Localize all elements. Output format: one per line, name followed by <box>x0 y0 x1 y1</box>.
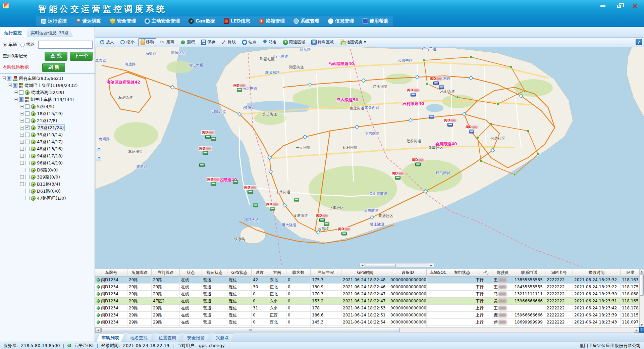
grid-corner-button[interactable]: ? <box>639 327 644 333</box>
grid-scroll-down-arrow[interactable]: ▼ <box>640 323 644 328</box>
tree-checkbox[interactable] <box>25 175 30 179</box>
bottom-tab-3[interactable]: 安全报警 <box>182 334 210 342</box>
bus-marker[interactable] <box>233 180 238 184</box>
tree-checkbox[interactable] <box>25 154 30 158</box>
table-row[interactable]: 闽D123429路47区2在线营运定位0东南0153.22021-06-24 1… <box>95 298 639 305</box>
tree-checkbox[interactable] <box>7 76 11 81</box>
tree-checkbox[interactable] <box>25 147 30 151</box>
table-row[interactable]: 闽D123429路29路在线营运定位0正北0170.32021-06-24 18… <box>95 291 639 298</box>
restore-button[interactable] <box>614 3 623 9</box>
column-header[interactable]: 经度 <box>621 269 639 276</box>
bus-marker[interactable] <box>199 163 205 167</box>
tool-distance[interactable]: 距离 <box>158 38 177 46</box>
table-row[interactable]: 闽D123429路29路在线营运定位30正北0130.92021-06-24 1… <box>95 284 639 291</box>
tree-expander[interactable]: − <box>8 84 12 87</box>
tree-expander[interactable]: + <box>14 91 18 94</box>
bus-marker[interactable] <box>319 218 325 222</box>
bus-marker[interactable] <box>411 93 416 97</box>
tree-expander[interactable]: + <box>20 154 24 158</box>
tree-checkbox[interactable] <box>19 90 23 95</box>
tree-item[interactable]: +29路(21/24) <box>0 124 95 131</box>
tree-checkbox[interactable] <box>25 126 30 130</box>
column-header[interactable]: 设备ID <box>389 269 427 276</box>
tool-speed-zone[interactable]: 限速区域 <box>280 38 308 46</box>
tool-map-switch[interactable]: 地图切换▼ <box>337 38 368 46</box>
column-header[interactable]: 充电状态 <box>450 269 474 276</box>
find-button[interactable]: 查 找 <box>45 52 67 61</box>
menu-item-gear[interactable]: 系统管理 <box>293 18 319 24</box>
tree-expander[interactable]: − <box>14 98 18 101</box>
menu-item-help[interactable]: 使用帮助 <box>363 18 388 24</box>
bus-marker[interactable] <box>395 176 400 180</box>
table-row[interactable]: 闽D123429路29路在线营运定位0西北0145.32021-06-24 18… <box>95 319 639 326</box>
column-header[interactable]: 速度 <box>252 269 268 276</box>
left-tab-0[interactable]: 运行监控 <box>1 28 26 37</box>
grid-hscroll-thumb[interactable] <box>101 328 400 332</box>
bus-marker[interactable] <box>253 204 258 207</box>
tool-zoom-out[interactable]: 缩小 <box>118 38 137 46</box>
refresh-button[interactable]: 刷 新 <box>42 63 65 72</box>
tree-expander[interactable]: + <box>20 119 24 122</box>
grid-horizontal-scrollbar[interactable]: ◄ ► <box>95 327 639 333</box>
column-header[interactable]: GPS时间 <box>341 269 389 276</box>
tree-item[interactable]: +5路(4/5) <box>0 103 95 110</box>
map-horizontal-scrollbar[interactable]: ◄ ► <box>360 263 434 268</box>
column-header[interactable]: 联系电话 <box>513 269 545 276</box>
bus-marker[interactable] <box>429 115 434 119</box>
tool-zoom-in[interactable]: 放大 <box>97 38 116 46</box>
minimize-button[interactable] <box>598 3 607 9</box>
grid-vertical-scrollbar[interactable]: ▲ ▼ <box>639 269 644 328</box>
tree-expander[interactable]: + <box>20 112 24 115</box>
tree-checkbox[interactable] <box>19 97 23 102</box>
tree-item[interactable]: D61路(0/0) <box>0 188 95 195</box>
tree-item[interactable]: +47路(14/17) <box>0 138 95 145</box>
menu-item-info[interactable]: 信息管理 <box>328 18 354 24</box>
tree-checkbox[interactable] <box>13 83 17 88</box>
menu-item-operator[interactable]: 营运调度 <box>75 18 101 24</box>
tree-expander[interactable]: + <box>20 182 24 186</box>
bus-marker[interactable] <box>447 123 453 127</box>
search-input[interactable] <box>38 41 93 49</box>
menu-item-target[interactable]: 主动安全管理 <box>145 18 180 24</box>
map-help-button[interactable]: ? <box>636 39 642 45</box>
bus-marker[interactable] <box>433 82 439 85</box>
grid-scroll-right-arrow[interactable]: ► <box>634 328 639 333</box>
tree-item[interactable]: −鹭城巴士集团(1199/2432) <box>0 82 95 89</box>
menu-item-monitor[interactable]: 运行监控 <box>41 18 67 24</box>
tree-item[interactable]: +鹭城酒测(32/39) <box>0 89 95 96</box>
bus-marker[interactable] <box>237 88 242 92</box>
tree-checkbox[interactable] <box>25 182 30 186</box>
column-header[interactable]: 车牌号 <box>95 269 127 276</box>
map-canvas[interactable]: 马青路海达路海虹路海沧大道海沧大桥仙岳路仙岳隧道云顶中路环岛干道湖滨中路湖滨东路… <box>95 47 644 269</box>
bus-marker[interactable] <box>248 190 253 194</box>
tool-area[interactable]: 面积 <box>178 38 197 46</box>
column-header[interactable]: SIM卡号 <box>545 269 573 276</box>
column-header[interactable]: 车辆SOC <box>427 269 450 276</box>
column-header[interactable]: 上下行 <box>474 269 492 276</box>
column-header[interactable]: 所属线路 <box>127 269 152 276</box>
panel-collapse-button[interactable]: ◄ <box>96 146 101 151</box>
bus-marker[interactable] <box>203 151 208 155</box>
tree-checkbox[interactable] <box>25 161 30 165</box>
tree-checkbox[interactable] <box>25 168 30 172</box>
tree-item[interactable]: +21路(7/8) <box>0 117 95 124</box>
bus-marker[interactable] <box>270 207 275 211</box>
grid-scroll-left-arrow[interactable]: ◄ <box>95 328 101 333</box>
tool-route[interactable]: 路线 <box>219 38 238 46</box>
tree-expander[interactable]: + <box>20 126 24 130</box>
bus-marker[interactable] <box>341 232 347 236</box>
tree-expander[interactable]: + <box>20 147 24 151</box>
tree-expander[interactable]: + <box>20 140 24 144</box>
column-header[interactable]: 当前线路 <box>152 269 180 276</box>
bus-marker[interactable] <box>415 163 421 166</box>
bus-marker[interactable] <box>211 182 216 186</box>
tree-checkbox[interactable] <box>25 118 30 123</box>
tree-item[interactable]: +94路(17/18) <box>0 152 95 159</box>
bottom-tab-4[interactable]: 兴趣点 <box>211 334 234 342</box>
tree-checkbox[interactable] <box>25 104 30 109</box>
tree-item[interactable]: +B11路(3/4) <box>0 181 95 188</box>
menu-item-gauge[interactable]: Can数据 <box>189 18 215 24</box>
tree-expander[interactable]: + <box>20 133 24 137</box>
map-scroll-right-arrow[interactable]: ► <box>429 263 434 267</box>
column-header[interactable]: 方向 <box>268 269 286 276</box>
